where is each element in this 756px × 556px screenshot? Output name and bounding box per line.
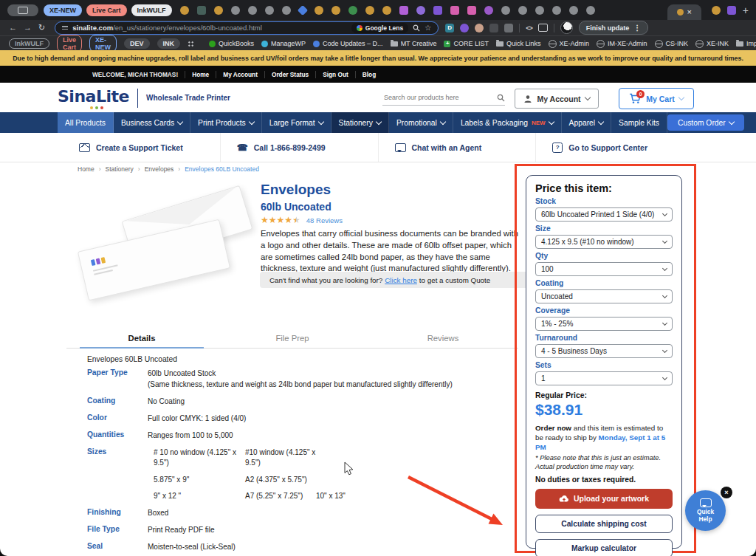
- back-icon[interactable]: ←: [9, 24, 17, 32]
- nav-item-all-products[interactable]: All Products: [58, 112, 114, 133]
- site-favicon[interactable]: [416, 6, 425, 15]
- coverage-select[interactable]: 1% - 25%: [535, 317, 673, 331]
- support-item[interactable]: Create a Support Ticket: [63, 133, 221, 162]
- breadcrumb-item[interactable]: Home: [78, 165, 94, 173]
- tab-group-chip[interactable]: InkWULF: [131, 4, 172, 16]
- quick-help-close-button[interactable]: ×: [721, 487, 732, 498]
- topbar-link[interactable]: Home: [185, 71, 216, 78]
- search-icon[interactable]: [497, 94, 505, 102]
- close-tab-icon[interactable]: ×: [687, 8, 692, 16]
- site-info-icon[interactable]: [62, 26, 68, 29]
- nav-item-labels-packaging[interactable]: Labels & PackagingNEW: [453, 112, 562, 133]
- site-favicon[interactable]: [569, 6, 578, 15]
- search-icon[interactable]: [413, 24, 420, 32]
- site-favicon[interactable]: [282, 6, 291, 15]
- site-favicon[interactable]: [399, 6, 408, 15]
- bookmark-item[interactable]: MT Creative: [391, 40, 437, 47]
- site-favicon[interactable]: [535, 6, 544, 15]
- nav-item-custom-order[interactable]: Custom Order: [667, 114, 744, 131]
- site-favicon[interactable]: [197, 6, 206, 15]
- bookmark-item[interactable]: XE-Admin: [549, 40, 590, 48]
- menu-kebab-icon[interactable]: ⋮: [633, 24, 641, 32]
- topbar-link[interactable]: My Account: [216, 71, 265, 78]
- tab-group-chip[interactable]: Live Cart: [86, 4, 127, 16]
- tab-file-prep[interactable]: File Prep: [217, 332, 368, 348]
- qty-select[interactable]: 100: [535, 262, 673, 276]
- site-favicon[interactable]: [348, 6, 357, 15]
- topbar-link[interactable]: Blog: [356, 71, 382, 78]
- support-item[interactable]: Chat with an Agent: [379, 133, 537, 162]
- search-input[interactable]: [382, 93, 497, 102]
- site-favicon[interactable]: [552, 6, 561, 15]
- site-favicon[interactable]: [382, 6, 391, 15]
- tab-reviews[interactable]: Reviews: [368, 332, 518, 348]
- site-favicon[interactable]: [467, 6, 476, 15]
- nav-item-promotional[interactable]: Promotional: [389, 112, 453, 133]
- nav-item-print-products[interactable]: Print Products: [190, 112, 262, 133]
- bookmark-item[interactable]: +CORE LIST: [444, 40, 489, 47]
- breadcrumb-item[interactable]: Envelopes 60LB Uncoated: [185, 165, 259, 173]
- topbar-link[interactable]: Order Status: [265, 71, 316, 78]
- support-item[interactable]: ?Go to Support Center: [536, 133, 693, 162]
- new-tab-button[interactable]: +: [743, 4, 749, 16]
- site-favicon[interactable]: [214, 6, 223, 15]
- tab-details[interactable]: Details: [66, 332, 217, 348]
- calculate-shipping-cost-button[interactable]: Calculate shipping cost: [535, 515, 673, 533]
- support-item[interactable]: ☎Call 1-866-899-2499: [221, 133, 379, 162]
- site-favicon[interactable]: [484, 6, 493, 15]
- site-favicon[interactable]: [265, 6, 274, 15]
- breadcrumb-item[interactable]: Stationery: [106, 165, 134, 173]
- breadcrumb-item[interactable]: Envelopes: [145, 165, 174, 173]
- turnaround-select[interactable]: 4 - 5 Business Days: [535, 344, 673, 358]
- site-favicon[interactable]: [365, 6, 374, 15]
- sets-select[interactable]: 1: [535, 371, 673, 385]
- bookmark-item[interactable]: Code Updates – D...: [313, 40, 383, 47]
- site-favicon[interactable]: [248, 6, 257, 15]
- bookmark-item[interactable]: Quick Links: [496, 40, 541, 47]
- nav-item-apparel[interactable]: Apparel: [562, 112, 612, 133]
- bookmark-item[interactable]: Impact Merch: [736, 40, 756, 47]
- topbar-link[interactable]: Sign Out: [316, 71, 356, 78]
- bookmark-item[interactable]: IM-XE-Admin: [597, 40, 647, 48]
- coating-select[interactable]: Uncoated: [535, 289, 673, 303]
- site-favicon[interactable]: [331, 6, 340, 15]
- site-favicon[interactable]: [450, 6, 459, 15]
- extension-icon[interactable]: [475, 24, 484, 32]
- nav-item-large-format[interactable]: Large Format: [262, 112, 331, 133]
- product-search[interactable]: [382, 90, 505, 106]
- bookmark-item[interactable]: InkWULF: [9, 38, 49, 49]
- my-cart-button[interactable]: 0 My Cart: [619, 88, 694, 109]
- bookmark-item[interactable]: XE-INK: [695, 40, 729, 48]
- camera-extension-icon[interactable]: [489, 24, 498, 32]
- sinalite-logo[interactable]: SinaLite: [58, 87, 129, 106]
- active-tab[interactable]: ×: [667, 4, 701, 20]
- bookmark-apps-grid[interactable]: [188, 41, 194, 47]
- puzzle-extensions-icon[interactable]: [504, 24, 513, 32]
- site-favicon[interactable]: [518, 6, 527, 15]
- stock-select[interactable]: 60lb Uncoated Printed 1 Side (4/0): [535, 207, 673, 222]
- bookmark-item[interactable]: INK: [157, 38, 181, 49]
- tab-group-chip[interactable]: XE-NEW: [44, 4, 82, 16]
- markup-calculator-button[interactable]: Markup calculator: [535, 539, 673, 556]
- site-favicon[interactable]: [315, 6, 323, 15]
- site-favicon[interactable]: [180, 6, 189, 15]
- site-favicon[interactable]: [231, 6, 240, 15]
- forward-icon[interactable]: →: [24, 24, 32, 32]
- profile-avatar[interactable]: [560, 21, 573, 34]
- tab-search-button[interactable]: [7, 4, 38, 16]
- bookmark-item[interactable]: CS-INK: [655, 40, 689, 48]
- quick-help-button[interactable]: Quick Help: [685, 490, 726, 531]
- bookmark-item[interactable]: QuickBooks: [209, 40, 254, 47]
- nav-item-business-cards[interactable]: Business Cards: [114, 112, 190, 133]
- nav-item-sample-kits[interactable]: Sample Kits: [611, 112, 667, 133]
- bookmark-item[interactable]: DEV: [124, 38, 150, 49]
- my-account-button[interactable]: My Account: [515, 89, 599, 109]
- site-favicon[interactable]: [727, 6, 736, 15]
- google-lens-button[interactable]: Google Lens: [351, 23, 408, 33]
- nav-item-stationery[interactable]: Stationery: [331, 112, 389, 133]
- reviews-link[interactable]: 48 Reviews: [306, 216, 343, 224]
- extension-icon[interactable]: [460, 24, 469, 32]
- url-bar[interactable]: sinalite.com/en_us/stationery/envelopes/…: [55, 21, 439, 35]
- upload-your-artwork-button[interactable]: Upload your artwork: [535, 489, 673, 509]
- reload-icon[interactable]: ↻: [38, 24, 45, 32]
